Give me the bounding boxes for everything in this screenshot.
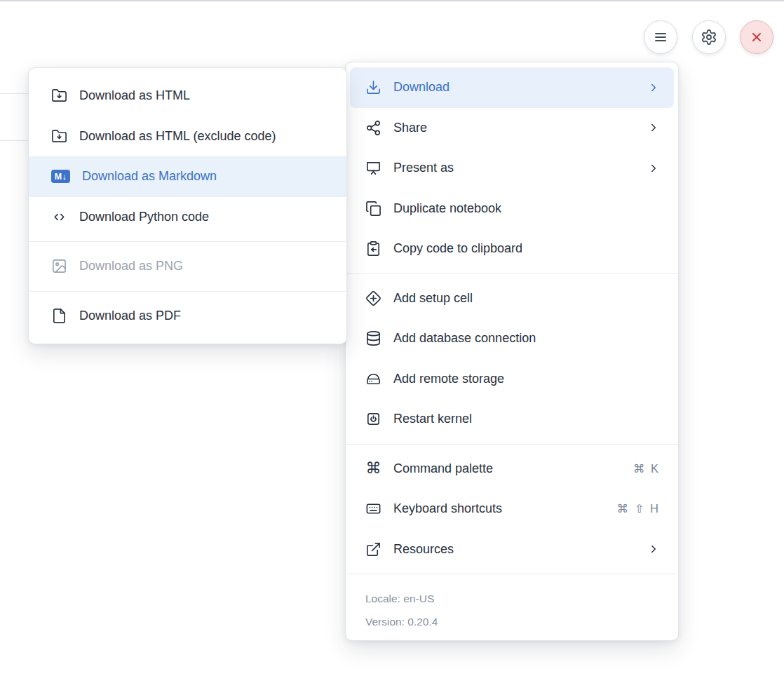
menu-separator [346,574,678,574]
menu-item-duplicate-notebook[interactable]: Duplicate notebook [346,189,678,229]
menu-item-label: Download as HTML (exclude code) [79,129,330,144]
menu-separator [346,444,678,445]
duplicate-icon [365,201,381,217]
shortcut-label: ⌘ K [633,462,660,475]
close-icon [748,29,765,46]
menu-item-download-as-png[interactable]: Download as PNG [29,246,346,287]
menu-item-download[interactable]: Download [350,67,674,108]
keyboard-icon [365,501,381,517]
download-submenu: Download as HTML Download as HTML (exclu… [28,67,347,344]
menu-item-download-as-html-exclude-code[interactable]: Download as HTML (exclude code) [29,116,346,157]
code-icon [51,209,67,225]
remote-storage-icon [365,371,381,387]
locale-text: Locale: en-US [346,587,678,610]
menu-item-label: Share [393,121,635,135]
clipboard-copy-icon [365,241,381,257]
diamond-plus-icon [365,290,381,306]
menu-item-label: Duplicate notebook [393,201,660,216]
menu-item-label: Download as PDF [79,309,330,323]
menu-item-label: Copy code to clipboard [393,241,660,256]
menu-item-label: Download Python code [79,210,330,224]
menu-item-label: Download as Markdown [82,169,330,184]
image-icon [51,258,67,274]
menu-item-label: Download as HTML [79,88,330,103]
menu-item-command-palette[interactable]: ⌘ Command palette ⌘ K [346,449,678,489]
page-divider-line [0,93,29,94]
menu-item-label: Command palette [393,461,621,476]
menu-item-add-remote-storage[interactable]: Add remote storage [346,359,678,400]
menu-item-copy-code[interactable]: Copy code to clipboard [346,229,678,269]
menu-button[interactable] [644,20,677,54]
menu-item-download-as-html[interactable]: Download as HTML [29,76,346,116]
menu-item-label: Add setup cell [393,291,660,306]
chevron-right-icon [647,162,660,175]
menu-item-label: Keyboard shortcuts [393,501,605,516]
version-text: Version: 0.20.4 [346,610,678,633]
menu-separator [346,273,678,274]
markdown-icon: M↓ [51,170,70,183]
chevron-right-icon [647,121,660,134]
menu-item-add-setup-cell[interactable]: Add setup cell [346,278,678,319]
menu-separator [29,241,346,242]
menu-item-download-python-code[interactable]: Download Python code [29,197,346,238]
file-icon [51,308,67,324]
folder-download-icon [51,128,67,144]
share-icon [365,120,381,136]
menu-item-share[interactable]: Share [346,108,678,149]
hamburger-icon [652,29,669,46]
presentation-icon [365,160,381,176]
gear-icon [701,29,717,46]
notebook-context-menu: Download Share Present as Duplicate note… [345,62,679,641]
close-button[interactable] [740,20,773,54]
power-icon [365,411,381,427]
database-icon [365,330,381,346]
menu-item-add-database-connection[interactable]: Add database connection [346,318,678,359]
menu-item-resources[interactable]: Resources [346,529,678,570]
download-icon [365,79,381,95]
chevron-right-icon [647,81,660,94]
command-icon: ⌘ [365,461,381,476]
menu-item-label: Resources [393,542,635,557]
settings-button[interactable] [692,20,726,54]
page-divider-line [0,140,29,141]
menu-item-label: Download [393,80,635,95]
menu-item-label: Add database connection [393,331,660,346]
external-link-icon [365,541,381,557]
menu-separator [29,291,346,292]
menu-item-label: Present as [393,161,635,175]
shortcut-label: ⌘ ⇧ H [617,502,660,515]
menu-item-label: Restart kernel [393,412,660,426]
folder-download-icon [51,88,67,104]
menu-item-download-as-markdown[interactable]: M↓ Download as Markdown [29,156,346,197]
menu-item-restart-kernel[interactable]: Restart kernel [346,399,678,440]
menu-item-keyboard-shortcuts[interactable]: Keyboard shortcuts ⌘ ⇧ H [346,489,678,529]
menu-footer: Locale: en-US Version: 0.20.4 [346,579,678,636]
menu-item-present-as[interactable]: Present as [346,148,678,189]
menu-item-download-as-pdf[interactable]: Download as PDF [29,296,346,337]
menu-item-label: Add remote storage [393,372,660,386]
menu-item-label: Download as PNG [79,259,330,273]
top-divider-line [0,0,784,1]
chevron-right-icon [647,543,660,555]
